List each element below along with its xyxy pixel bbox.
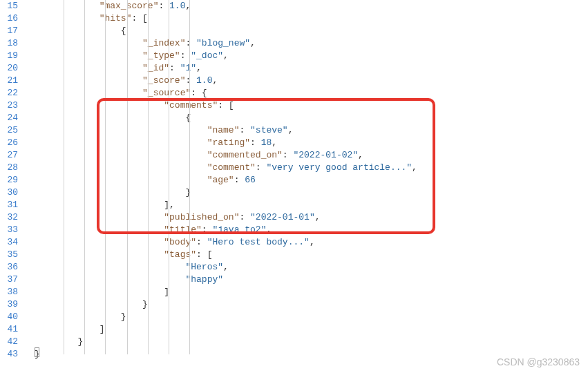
code-line: "happy" xyxy=(35,274,588,286)
code-line: "_index": "blog_new", xyxy=(35,37,588,50)
line-number: 37 xyxy=(0,274,18,286)
cursor-marker xyxy=(35,347,39,357)
line-number: 27 xyxy=(0,149,18,162)
line-number: 41 xyxy=(0,323,18,336)
code-lines: "max_score": 1.0, "hits": [ { "_index": … xyxy=(35,0,588,361)
line-number: 43 xyxy=(0,348,18,361)
code-line: "_id": "1", xyxy=(35,62,588,75)
code-editor: 1516171819202122232425262728293031323334… xyxy=(0,0,588,373)
line-number: 24 xyxy=(0,112,18,124)
code-line: ] xyxy=(35,323,588,336)
code-line: } xyxy=(35,311,588,323)
line-number: 22 xyxy=(0,87,18,99)
line-number: 26 xyxy=(0,137,18,149)
line-number: 19 xyxy=(0,50,18,62)
line-number: 33 xyxy=(0,224,18,236)
code-line: "comments": [ xyxy=(35,99,588,112)
code-line: { xyxy=(35,112,588,124)
line-number: 35 xyxy=(0,249,18,261)
line-number: 28 xyxy=(0,162,18,174)
code-line: "max_score": 1.0, xyxy=(35,0,588,12)
line-number: 30 xyxy=(0,186,18,199)
code-line: } xyxy=(35,336,588,348)
code-line: "body": "Hero test body...", xyxy=(35,236,588,249)
code-line: "_type": "_doc", xyxy=(35,50,588,62)
line-number: 15 xyxy=(0,0,18,12)
code-line: "_score": 1.0, xyxy=(35,75,588,87)
line-number: 16 xyxy=(0,12,18,25)
line-number: 34 xyxy=(0,236,18,249)
line-number: 23 xyxy=(0,99,18,112)
line-number: 36 xyxy=(0,261,18,274)
code-line: ], xyxy=(35,199,588,211)
code-line: "_source": { xyxy=(35,87,588,99)
code-line: "hits": [ xyxy=(35,12,588,25)
code-line: "age": 66 xyxy=(35,174,588,186)
line-number: 21 xyxy=(0,75,18,87)
line-number: 17 xyxy=(0,25,18,37)
code-line: ] xyxy=(35,286,588,298)
line-number-gutter: 1516171819202122232425262728293031323334… xyxy=(0,0,25,373)
code-line: "comment": "very very good article...", xyxy=(35,162,588,174)
line-number: 29 xyxy=(0,174,18,186)
code-line: { xyxy=(35,25,588,37)
line-number: 42 xyxy=(0,336,18,348)
code-area[interactable]: "max_score": 1.0, "hits": [ { "_index": … xyxy=(25,0,588,373)
code-line: "Heros", xyxy=(35,261,588,274)
line-number: 38 xyxy=(0,286,18,298)
code-line: "rating": 18, xyxy=(35,137,588,149)
code-line: } xyxy=(35,298,588,311)
line-number: 31 xyxy=(0,199,18,211)
code-line: "name": "steve", xyxy=(35,124,588,137)
code-line: "tags": [ xyxy=(35,249,588,261)
line-number: 18 xyxy=(0,37,18,50)
code-line: "published_on": "2022-01-01", xyxy=(35,211,588,224)
line-number: 39 xyxy=(0,298,18,311)
line-number: 40 xyxy=(0,311,18,323)
code-line: "commented_on": "2022-01-02", xyxy=(35,149,588,162)
watermark: CSDN @g3230863 xyxy=(497,356,580,367)
line-number: 25 xyxy=(0,124,18,137)
code-line: } xyxy=(35,186,588,199)
code-line: "title": "java to2", xyxy=(35,224,588,236)
line-number: 20 xyxy=(0,62,18,75)
line-number: 32 xyxy=(0,211,18,224)
